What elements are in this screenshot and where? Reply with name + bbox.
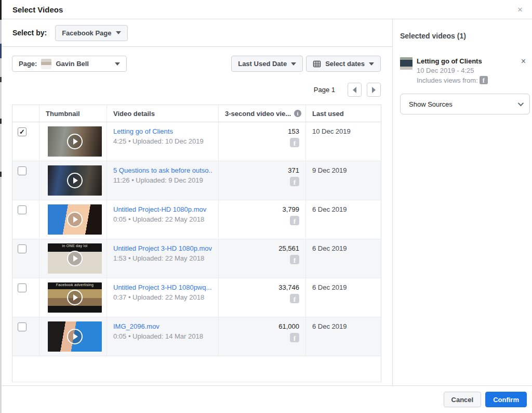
prev-page-button[interactable] [348, 83, 362, 97]
thumbnail-caption: in ONE day lol [48, 244, 102, 248]
modal-close-icon[interactable]: × [517, 5, 523, 14]
facebook-source-icon: f [290, 177, 299, 186]
video-title-link[interactable]: Letting go of Clients [113, 127, 212, 135]
confirm-button[interactable]: Confirm [485, 392, 527, 407]
arrow-left-icon [353, 87, 356, 93]
calendar-grid-icon [313, 60, 321, 68]
thumbnail-caption: Facebook advertising [48, 283, 102, 287]
last-used-value: 6 Dec 2019 [312, 205, 375, 213]
selected-videos-sidebar: Selected videos (1) Letting go of Client… [392, 19, 532, 385]
cancel-button[interactable]: Cancel [444, 392, 482, 407]
empty-table-row [12, 356, 381, 382]
video-thumbnail[interactable]: Facebook advertising [48, 282, 102, 313]
video-meta: 11:26 • Uploaded: 9 Dec 2019 [113, 176, 212, 184]
show-sources-label: Show Sources [409, 100, 453, 108]
modal-footer: Cancel Confirm [0, 385, 532, 413]
col-last-used: Last used [306, 105, 381, 122]
chevron-down-icon [116, 31, 121, 34]
pagination-label: Page 1 [314, 86, 335, 94]
video-meta: 4:25 • Uploaded: 10 Dec 2019 [113, 137, 212, 145]
select-by-label: Select by: [12, 29, 47, 37]
date-range-value: Select dates [325, 60, 365, 68]
table-row: Facebook advertising Untitled Project 3-… [12, 278, 381, 317]
page-dropdown-label: Page: [19, 60, 37, 68]
selected-video-meta: 10 Dec 2019 - 4:25 [417, 67, 518, 74]
row-checkbox[interactable] [18, 322, 26, 331]
chevron-down-icon [291, 62, 296, 66]
facebook-source-icon: f [290, 333, 299, 342]
col-thumbnail: Thumbnail [39, 105, 107, 122]
facebook-source-icon: f [290, 138, 299, 147]
modal-title: Select Videos [12, 5, 63, 14]
table-row: in ONE day lol Untitled Project 3-HD 108… [12, 239, 381, 278]
toolbar-right-group: Last Used Date Select dates [231, 56, 381, 72]
show-sources-dropdown[interactable]: Show Sources [400, 94, 530, 114]
views-count: 371 [225, 166, 299, 174]
next-page-button[interactable] [367, 83, 381, 97]
includes-views-label: Includes views from: [417, 76, 478, 84]
col-views-label: 3-second video vie... [225, 110, 291, 118]
row-checkbox[interactable] [18, 244, 26, 253]
info-icon[interactable]: i [294, 110, 301, 117]
views-count: 61,000 [225, 322, 299, 330]
play-icon [67, 212, 83, 227]
table-header-row: Thumbnail Video details 3-second video v… [12, 105, 381, 122]
play-icon [67, 329, 83, 344]
row-checkbox[interactable] [18, 283, 26, 292]
selected-videos-heading: Selected videos (1) [400, 32, 526, 40]
last-used-value: 6 Dec 2019 [312, 322, 375, 330]
row-checkbox[interactable]: ✓ [18, 127, 26, 136]
filters-toolbar: Page: Gavin Bell Last Used Date Select d… [0, 56, 392, 72]
video-thumbnail[interactable] [48, 165, 102, 196]
table-row: ✓ Letting go of Clients 4:25 • Uploaded:… [12, 122, 381, 161]
video-title-link[interactable]: IMG_2096.mov [113, 322, 212, 330]
video-title-link[interactable]: Untitled Project-HD 1080p.mov [113, 205, 212, 213]
facebook-source-icon: f [290, 294, 299, 303]
views-count: 25,561 [225, 244, 299, 252]
chevron-down-icon [115, 62, 120, 66]
selected-video-thumbnail [400, 57, 413, 70]
views-count: 153 [225, 127, 299, 135]
select-by-row: Select by: Facebook Page [0, 19, 392, 47]
sort-dropdown-value: Last Used Date [238, 60, 287, 68]
select-by-value: Facebook Page [62, 29, 111, 37]
video-title-link[interactable]: Untitled Project 3-HD 1080pwq.... [113, 283, 212, 291]
last-used-value: 6 Dec 2019 [312, 244, 375, 252]
table-row: 5 Questions to ask before outso... 11:26… [12, 161, 381, 200]
col-video-details: Video details [107, 105, 219, 122]
last-used-value: 6 Dec 2019 [312, 283, 375, 291]
video-thumbnail[interactable] [48, 321, 102, 352]
selected-video-title: Letting go of Clients [417, 57, 518, 65]
videos-table: Thumbnail Video details 3-second video v… [12, 105, 381, 382]
col-views: 3-second video vie... i [219, 105, 306, 122]
col-checkbox [12, 105, 39, 122]
video-meta: 0:05 • Uploaded: 14 Mar 2018 [113, 332, 212, 340]
video-thumbnail[interactable] [48, 126, 102, 157]
background-page-sliver [0, 0, 2, 413]
page-avatar [41, 59, 51, 69]
video-thumbnail[interactable] [48, 204, 102, 235]
video-title-link[interactable]: Untitled Project 3-HD 1080p.mov [113, 244, 212, 252]
video-title-link[interactable]: 5 Questions to ask before outso... [113, 166, 212, 174]
remove-selected-video-icon[interactable]: × [521, 57, 526, 66]
last-used-value: 10 Dec 2019 [312, 127, 375, 135]
page-dropdown-value: Gavin Bell [56, 60, 89, 68]
row-checkbox[interactable] [18, 166, 26, 175]
views-count: 33,746 [225, 283, 299, 291]
video-table-body: ✓ Letting go of Clients 4:25 • Uploaded:… [12, 122, 381, 382]
select-by-dropdown[interactable]: Facebook Page [55, 25, 127, 41]
page-dropdown[interactable]: Page: Gavin Bell [12, 56, 127, 72]
sort-dropdown[interactable]: Last Used Date [231, 56, 303, 72]
last-used-value: 9 Dec 2019 [312, 166, 375, 174]
video-thumbnail[interactable]: in ONE day lol [48, 243, 102, 274]
facebook-source-icon: f [480, 76, 488, 84]
table-row: Untitled Project-HD 1080p.mov 0:05 • Upl… [12, 200, 381, 239]
play-icon [67, 173, 83, 188]
date-range-dropdown[interactable]: Select dates [306, 56, 381, 72]
row-checkbox[interactable] [18, 205, 26, 214]
facebook-source-icon: f [290, 216, 299, 225]
chevron-down-icon [518, 100, 524, 106]
video-picker-panel: Select by: Facebook Page Page: Gavin Bel… [0, 19, 392, 385]
play-icon [67, 251, 83, 266]
chevron-down-icon [369, 62, 374, 66]
